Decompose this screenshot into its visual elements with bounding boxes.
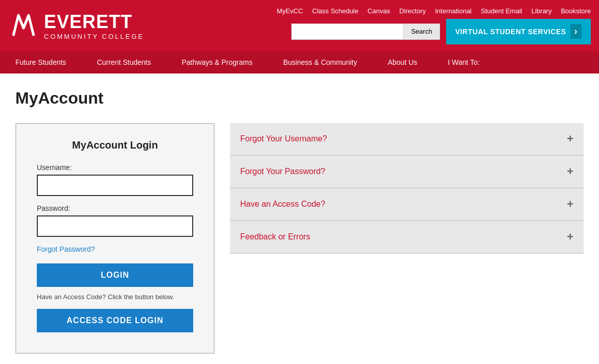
username-group: Username:	[37, 163, 193, 196]
username-label: Username:	[37, 163, 193, 172]
top-right-area: MyEvCC Class Schedule Canvas Directory I…	[277, 7, 591, 44]
virtual-student-services-button[interactable]: VIRTUAL STUDENT SERVICES ›	[446, 19, 591, 44]
access-code-text: Have an Access Code? Click the button be…	[37, 293, 193, 301]
logo-area[interactable]: EVERETT COMMUNITY COLLEGE	[8, 10, 144, 41]
access-code-login-button[interactable]: ACCESS CODE LOGIN	[37, 309, 193, 332]
username-input[interactable]	[37, 175, 193, 196]
nav-pathways-programs[interactable]: Pathways & Programs	[166, 51, 268, 74]
page-content: MyAccount MyAccount Login Username: Pass…	[0, 74, 599, 364]
accordion-plus-icon-1: +	[567, 165, 573, 178]
accordion-plus-icon-2: +	[567, 198, 573, 211]
search-button[interactable]: Search	[404, 23, 440, 40]
accordion: Forgot Your Username? + Forgot Your Pass…	[230, 123, 584, 254]
nav-about-us[interactable]: About Us	[373, 51, 433, 74]
password-group: Password:	[37, 204, 193, 237]
chevron-right-icon: ›	[570, 24, 582, 39]
accordion-item-forgot-username[interactable]: Forgot Your Username? +	[230, 123, 584, 156]
accordion-item-access-code[interactable]: Have an Access Code? +	[230, 188, 584, 221]
login-box: MyAccount Login Username: Password: Forg…	[15, 123, 215, 354]
search-input[interactable]	[291, 23, 404, 40]
accordion-plus-icon-0: +	[567, 132, 573, 145]
student-email-link[interactable]: Student Email	[481, 7, 522, 15]
accordion-label-feedback: Feedback or Errors	[240, 232, 310, 241]
college-name-bottom: COMMUNITY COLLEGE	[44, 33, 144, 41]
accordion-item-feedback[interactable]: Feedback or Errors +	[230, 221, 584, 254]
forgot-password-link[interactable]: Forgot Password?	[37, 245, 193, 253]
accordion-plus-icon-3: +	[567, 230, 573, 244]
nav-future-students[interactable]: Future Students	[0, 51, 82, 74]
top-links-bar: MyEvCC Class Schedule Canvas Directory I…	[277, 7, 591, 15]
virtual-button-label: VIRTUAL STUDENT SERVICES	[455, 28, 566, 36]
login-title: MyAccount Login	[37, 139, 193, 151]
page-title: MyAccount	[15, 89, 584, 108]
password-label: Password:	[37, 204, 193, 212]
nav-i-want-to[interactable]: I Want To:	[432, 51, 495, 74]
college-logo-icon	[8, 10, 39, 41]
main-layout: MyAccount Login Username: Password: Forg…	[15, 123, 584, 354]
class-schedule-link[interactable]: Class Schedule	[312, 7, 358, 15]
search-box: Search	[291, 23, 440, 40]
accordion-item-forgot-password[interactable]: Forgot Your Password? +	[230, 156, 584, 188]
bookstore-link[interactable]: Bookstore	[561, 7, 591, 15]
main-navigation: Future Students Current Students Pathway…	[0, 51, 599, 74]
nav-business-community[interactable]: Business & Community	[268, 51, 373, 74]
accordion-label-forgot-password: Forgot Your Password?	[240, 167, 325, 176]
nav-current-students[interactable]: Current Students	[82, 51, 167, 74]
accordion-label-forgot-username: Forgot Your Username?	[240, 134, 327, 143]
international-link[interactable]: International	[435, 7, 472, 15]
password-input[interactable]	[37, 215, 193, 237]
college-name-top: EVERETT	[44, 11, 144, 33]
library-link[interactable]: Library	[532, 7, 552, 15]
college-name: EVERETT COMMUNITY COLLEGE	[44, 11, 144, 41]
top-navigation: EVERETT COMMUNITY COLLEGE MyEvCC Class S…	[0, 0, 599, 51]
search-virtual-area: Search VIRTUAL STUDENT SERVICES ›	[291, 19, 591, 44]
canvas-link[interactable]: Canvas	[367, 7, 390, 15]
myevcc-link[interactable]: MyEvCC	[277, 7, 303, 15]
directory-link[interactable]: Directory	[399, 7, 426, 15]
login-button[interactable]: LOGIN	[37, 263, 193, 287]
accordion-label-access-code: Have an Access Code?	[240, 200, 325, 209]
